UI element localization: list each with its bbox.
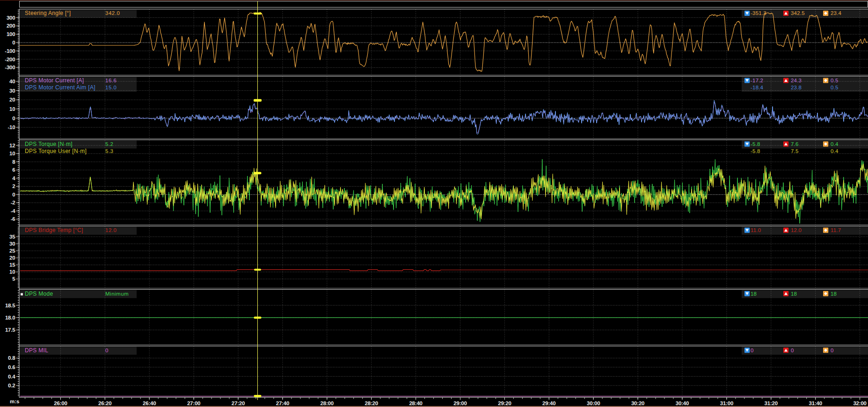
- svg-text:11.7: 11.7: [831, 227, 841, 233]
- svg-text:25: 25: [9, 248, 15, 254]
- svg-text:0.5: 0.5: [831, 78, 839, 83]
- svg-text:15.0: 15.0: [105, 85, 117, 90]
- svg-text:0.6: 0.6: [8, 364, 15, 370]
- svg-text:m:s: m:s: [10, 399, 19, 404]
- svg-text:18.5: 18.5: [5, 303, 15, 308]
- svg-text:12.0: 12.0: [105, 227, 117, 233]
- svg-text:DPS Torque User [N·m]: DPS Torque User [N·m]: [25, 148, 87, 154]
- svg-text:0.2: 0.2: [8, 383, 15, 388]
- svg-text:20: 20: [9, 97, 15, 102]
- svg-text:12.0: 12.0: [791, 227, 802, 233]
- svg-text:18: 18: [751, 291, 757, 297]
- svg-text:4: 4: [12, 175, 15, 181]
- svg-text:-2: -2: [11, 200, 15, 205]
- svg-text:17.5: 17.5: [5, 327, 15, 333]
- svg-text:31:40: 31:40: [809, 400, 822, 406]
- svg-text:40: 40: [9, 79, 15, 84]
- svg-text:-5.8: -5.8: [751, 148, 760, 154]
- svg-text:DPS Mode: DPS Mode: [25, 291, 53, 297]
- svg-text:23.8: 23.8: [791, 85, 802, 90]
- svg-text:6: 6: [12, 167, 15, 173]
- svg-text:18: 18: [831, 291, 837, 297]
- svg-text:0: 0: [791, 348, 794, 353]
- svg-text:30: 30: [9, 241, 15, 247]
- svg-text:0.5: 0.5: [831, 85, 839, 90]
- svg-text:100: 100: [7, 31, 15, 37]
- svg-text:32:00: 32:00: [853, 400, 866, 406]
- svg-text:26:40: 26:40: [143, 400, 156, 406]
- svg-text:28:40: 28:40: [409, 400, 422, 406]
- svg-text:0: 0: [12, 40, 15, 45]
- svg-text:0.4: 0.4: [831, 141, 839, 147]
- svg-text:-18.4: -18.4: [751, 85, 764, 90]
- svg-text:0: 0: [12, 116, 15, 121]
- svg-text:11.0: 11.0: [751, 227, 761, 233]
- svg-text:DPS MIL: DPS MIL: [25, 347, 48, 354]
- svg-text:DPS Motor Current Aim [A]: DPS Motor Current Aim [A]: [25, 84, 95, 91]
- svg-text:300: 300: [7, 15, 15, 21]
- svg-text:29:20: 29:20: [498, 400, 511, 406]
- svg-text:23.4: 23.4: [831, 10, 842, 16]
- svg-text:31:20: 31:20: [765, 400, 778, 406]
- svg-text:27:20: 27:20: [232, 400, 245, 406]
- svg-text:18: 18: [791, 291, 797, 297]
- svg-text:DPS Torque [N·m]: DPS Torque [N·m]: [25, 141, 73, 147]
- svg-text:10: 10: [9, 151, 15, 156]
- svg-text:342.5: 342.5: [791, 10, 805, 16]
- svg-text:26:20: 26:20: [98, 400, 111, 406]
- svg-text:35: 35: [9, 234, 15, 240]
- svg-text:27:40: 27:40: [276, 400, 289, 406]
- svg-text:30:00: 30:00: [587, 400, 600, 406]
- svg-text:0: 0: [12, 192, 15, 197]
- svg-text:16.6: 16.6: [105, 78, 117, 83]
- svg-text:28:20: 28:20: [365, 400, 378, 406]
- svg-text:7.6: 7.6: [791, 141, 799, 147]
- svg-text:8: 8: [12, 159, 15, 165]
- svg-text:5.2: 5.2: [105, 141, 114, 147]
- svg-text:18.0: 18.0: [5, 315, 15, 320]
- svg-text:-17.2: -17.2: [751, 78, 763, 83]
- svg-text:10: 10: [9, 269, 15, 275]
- svg-text:30: 30: [9, 88, 15, 94]
- svg-text:Minimum: Minimum: [105, 291, 129, 297]
- svg-text:7.5: 7.5: [791, 148, 799, 154]
- svg-text:342.0: 342.0: [105, 10, 120, 16]
- svg-text:2: 2: [12, 183, 15, 189]
- svg-text:-200: -200: [5, 57, 15, 62]
- svg-text:0: 0: [831, 348, 834, 353]
- svg-text:27:00: 27:00: [187, 400, 200, 406]
- svg-text:-10: -10: [7, 124, 15, 130]
- svg-text:28:00: 28:00: [321, 400, 334, 406]
- svg-text:0: 0: [105, 348, 109, 353]
- svg-text:-6: -6: [11, 216, 15, 222]
- svg-text:5: 5: [12, 276, 15, 282]
- svg-text:5.3: 5.3: [105, 148, 114, 154]
- svg-text:20: 20: [9, 255, 15, 261]
- svg-text:0.8: 0.8: [8, 355, 15, 361]
- svg-text:15: 15: [9, 262, 15, 268]
- svg-text:Steering Angle [°]: Steering Angle [°]: [25, 10, 71, 16]
- svg-text:-100: -100: [5, 48, 15, 54]
- svg-text:29:40: 29:40: [542, 400, 555, 406]
- svg-text:DPS Bridge Temp [°C]: DPS Bridge Temp [°C]: [25, 227, 83, 233]
- svg-text:31:00: 31:00: [720, 400, 733, 406]
- svg-text:DPS Motor Current [A]: DPS Motor Current [A]: [25, 77, 84, 84]
- svg-text:0.4: 0.4: [831, 148, 839, 154]
- svg-text:29:00: 29:00: [453, 400, 467, 406]
- svg-text:24.3: 24.3: [791, 78, 802, 83]
- svg-text:0: 0: [751, 348, 754, 353]
- svg-text:12: 12: [9, 143, 15, 148]
- svg-text:30:20: 30:20: [631, 400, 644, 406]
- svg-text:-300: -300: [5, 65, 15, 70]
- svg-text:30:40: 30:40: [676, 400, 689, 406]
- svg-text:-5.8: -5.8: [751, 141, 760, 147]
- svg-text:-4: -4: [11, 208, 16, 214]
- svg-text:10: 10: [9, 106, 15, 112]
- svg-text:200: 200: [7, 23, 15, 29]
- svg-text:0.4: 0.4: [8, 374, 15, 379]
- svg-text:26:00: 26:00: [54, 400, 67, 406]
- svg-text:-351.3: -351.3: [751, 10, 766, 16]
